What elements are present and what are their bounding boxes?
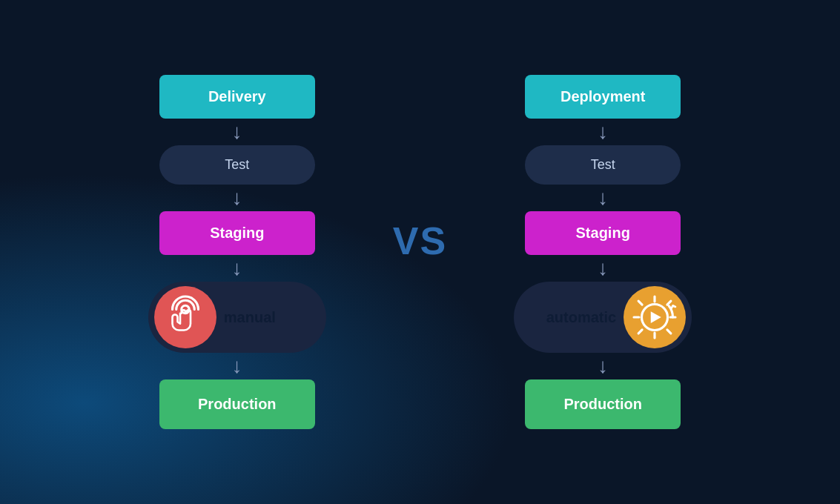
main-container: Delivery ↓ Test ↓ Staging ↓ <box>0 0 840 504</box>
auto-action-row: automatic <box>514 282 692 353</box>
arrow-4-left: ↓ <box>232 356 242 377</box>
staging-label-left: Staging <box>210 225 264 241</box>
test-box-left: Test <box>159 145 315 185</box>
production-label-right: Production <box>563 396 642 412</box>
production-box-left: Production <box>159 379 315 429</box>
delivery-label: Delivery <box>208 88 266 105</box>
production-box-right: Production <box>525 379 681 429</box>
deployment-box: Deployment <box>525 75 681 119</box>
test-label-left: Test <box>225 157 249 172</box>
touch-icon <box>154 286 216 348</box>
automatic-label: automatic <box>546 309 616 326</box>
arrow-1-right: ↓ <box>598 122 608 142</box>
manual-label: manual <box>224 309 276 326</box>
diagram-wrapper: Delivery ↓ Test ↓ Staging ↓ <box>0 53 840 451</box>
arrow-3-left: ↓ <box>232 258 242 279</box>
staging-box-left: Staging <box>159 211 315 255</box>
arrow-3-right: ↓ <box>598 258 608 279</box>
arrow-2-right: ↓ <box>598 188 608 208</box>
production-label-left: Production <box>198 396 277 412</box>
delivery-box: Delivery <box>159 75 315 119</box>
test-label-right: Test <box>591 157 615 172</box>
manual-action-row: manual <box>148 282 326 353</box>
arrow-4-right: ↓ <box>598 356 608 377</box>
auto-pill: automatic <box>514 282 692 353</box>
staging-label-right: Staging <box>576 225 630 241</box>
manual-pill: manual <box>148 282 326 353</box>
right-column: Deployment ↓ Test ↓ Staging ↓ automatic <box>492 75 714 429</box>
arrow-1-left: ↓ <box>232 122 242 142</box>
test-box-right: Test <box>525 145 681 185</box>
staging-box-right: Staging <box>525 211 681 255</box>
arrow-2-left: ↓ <box>232 188 242 208</box>
deployment-label: Deployment <box>560 88 645 105</box>
manual-circle <box>154 286 216 348</box>
vs-label: VS <box>393 219 447 263</box>
left-column: Delivery ↓ Test ↓ Staging ↓ <box>126 75 348 429</box>
gear-icon <box>624 286 686 348</box>
auto-circle <box>624 286 686 348</box>
